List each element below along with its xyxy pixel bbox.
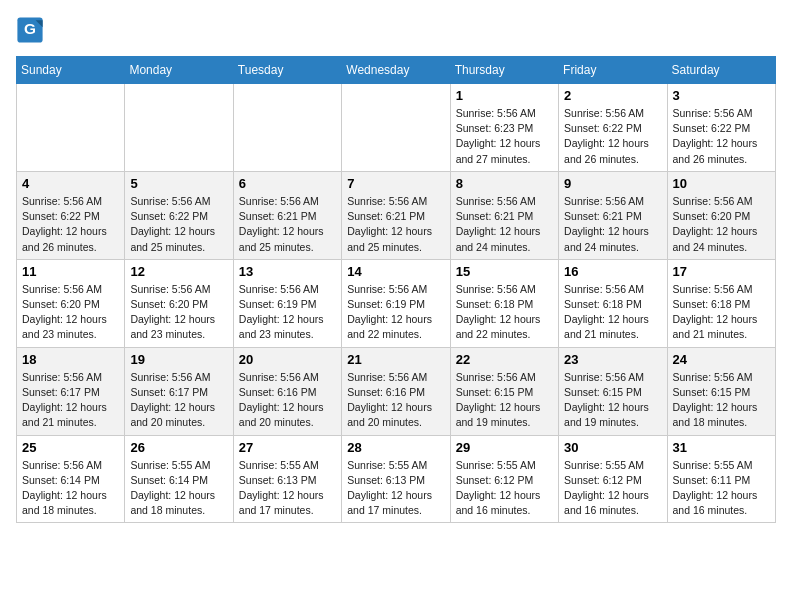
day-number: 19 (130, 352, 227, 367)
day-number: 4 (22, 176, 119, 191)
day-cell (233, 84, 341, 172)
day-number: 8 (456, 176, 553, 191)
week-row-5: 25Sunrise: 5:56 AM Sunset: 6:14 PM Dayli… (17, 435, 776, 523)
logo-icon: G (16, 16, 44, 44)
day-number: 22 (456, 352, 553, 367)
day-info: Sunrise: 5:56 AM Sunset: 6:19 PM Dayligh… (347, 282, 444, 343)
week-row-1: 1Sunrise: 5:56 AM Sunset: 6:23 PM Daylig… (17, 84, 776, 172)
day-info: Sunrise: 5:56 AM Sunset: 6:22 PM Dayligh… (673, 106, 770, 167)
day-number: 9 (564, 176, 661, 191)
day-info: Sunrise: 5:55 AM Sunset: 6:14 PM Dayligh… (130, 458, 227, 519)
svg-text:G: G (24, 20, 36, 37)
day-info: Sunrise: 5:55 AM Sunset: 6:12 PM Dayligh… (564, 458, 661, 519)
day-cell: 13Sunrise: 5:56 AM Sunset: 6:19 PM Dayli… (233, 259, 341, 347)
day-cell: 7Sunrise: 5:56 AM Sunset: 6:21 PM Daylig… (342, 171, 450, 259)
calendar-table: SundayMondayTuesdayWednesdayThursdayFrid… (16, 56, 776, 523)
day-info: Sunrise: 5:55 AM Sunset: 6:11 PM Dayligh… (673, 458, 770, 519)
weekday-header-tuesday: Tuesday (233, 57, 341, 84)
day-info: Sunrise: 5:56 AM Sunset: 6:16 PM Dayligh… (239, 370, 336, 431)
day-info: Sunrise: 5:56 AM Sunset: 6:20 PM Dayligh… (22, 282, 119, 343)
day-info: Sunrise: 5:56 AM Sunset: 6:21 PM Dayligh… (239, 194, 336, 255)
day-cell: 17Sunrise: 5:56 AM Sunset: 6:18 PM Dayli… (667, 259, 775, 347)
day-info: Sunrise: 5:55 AM Sunset: 6:13 PM Dayligh… (347, 458, 444, 519)
day-info: Sunrise: 5:56 AM Sunset: 6:16 PM Dayligh… (347, 370, 444, 431)
day-info: Sunrise: 5:56 AM Sunset: 6:20 PM Dayligh… (130, 282, 227, 343)
day-cell: 28Sunrise: 5:55 AM Sunset: 6:13 PM Dayli… (342, 435, 450, 523)
day-cell: 3Sunrise: 5:56 AM Sunset: 6:22 PM Daylig… (667, 84, 775, 172)
day-number: 28 (347, 440, 444, 455)
weekday-header-monday: Monday (125, 57, 233, 84)
day-number: 10 (673, 176, 770, 191)
day-cell: 29Sunrise: 5:55 AM Sunset: 6:12 PM Dayli… (450, 435, 558, 523)
day-cell: 30Sunrise: 5:55 AM Sunset: 6:12 PM Dayli… (559, 435, 667, 523)
day-info: Sunrise: 5:56 AM Sunset: 6:17 PM Dayligh… (22, 370, 119, 431)
weekday-header-saturday: Saturday (667, 57, 775, 84)
day-number: 17 (673, 264, 770, 279)
day-info: Sunrise: 5:56 AM Sunset: 6:23 PM Dayligh… (456, 106, 553, 167)
logo: G (16, 16, 48, 44)
day-info: Sunrise: 5:56 AM Sunset: 6:18 PM Dayligh… (456, 282, 553, 343)
day-cell: 12Sunrise: 5:56 AM Sunset: 6:20 PM Dayli… (125, 259, 233, 347)
day-info: Sunrise: 5:56 AM Sunset: 6:21 PM Dayligh… (564, 194, 661, 255)
day-cell: 16Sunrise: 5:56 AM Sunset: 6:18 PM Dayli… (559, 259, 667, 347)
week-row-3: 11Sunrise: 5:56 AM Sunset: 6:20 PM Dayli… (17, 259, 776, 347)
day-info: Sunrise: 5:56 AM Sunset: 6:22 PM Dayligh… (130, 194, 227, 255)
day-cell: 8Sunrise: 5:56 AM Sunset: 6:21 PM Daylig… (450, 171, 558, 259)
day-number: 30 (564, 440, 661, 455)
day-info: Sunrise: 5:56 AM Sunset: 6:22 PM Dayligh… (564, 106, 661, 167)
day-info: Sunrise: 5:55 AM Sunset: 6:13 PM Dayligh… (239, 458, 336, 519)
day-number: 23 (564, 352, 661, 367)
day-number: 2 (564, 88, 661, 103)
day-cell: 21Sunrise: 5:56 AM Sunset: 6:16 PM Dayli… (342, 347, 450, 435)
day-info: Sunrise: 5:56 AM Sunset: 6:19 PM Dayligh… (239, 282, 336, 343)
day-cell: 2Sunrise: 5:56 AM Sunset: 6:22 PM Daylig… (559, 84, 667, 172)
day-number: 16 (564, 264, 661, 279)
day-cell: 1Sunrise: 5:56 AM Sunset: 6:23 PM Daylig… (450, 84, 558, 172)
day-info: Sunrise: 5:56 AM Sunset: 6:15 PM Dayligh… (564, 370, 661, 431)
day-number: 21 (347, 352, 444, 367)
day-cell: 22Sunrise: 5:56 AM Sunset: 6:15 PM Dayli… (450, 347, 558, 435)
day-info: Sunrise: 5:56 AM Sunset: 6:21 PM Dayligh… (456, 194, 553, 255)
day-cell: 10Sunrise: 5:56 AM Sunset: 6:20 PM Dayli… (667, 171, 775, 259)
day-number: 27 (239, 440, 336, 455)
day-number: 6 (239, 176, 336, 191)
day-number: 5 (130, 176, 227, 191)
day-info: Sunrise: 5:56 AM Sunset: 6:17 PM Dayligh… (130, 370, 227, 431)
week-row-2: 4Sunrise: 5:56 AM Sunset: 6:22 PM Daylig… (17, 171, 776, 259)
weekday-header-wednesday: Wednesday (342, 57, 450, 84)
day-info: Sunrise: 5:56 AM Sunset: 6:15 PM Dayligh… (456, 370, 553, 431)
weekday-header-thursday: Thursday (450, 57, 558, 84)
day-number: 7 (347, 176, 444, 191)
day-number: 11 (22, 264, 119, 279)
day-cell: 6Sunrise: 5:56 AM Sunset: 6:21 PM Daylig… (233, 171, 341, 259)
day-number: 18 (22, 352, 119, 367)
day-cell: 18Sunrise: 5:56 AM Sunset: 6:17 PM Dayli… (17, 347, 125, 435)
day-cell (342, 84, 450, 172)
day-cell: 24Sunrise: 5:56 AM Sunset: 6:15 PM Dayli… (667, 347, 775, 435)
day-number: 15 (456, 264, 553, 279)
day-number: 29 (456, 440, 553, 455)
day-number: 24 (673, 352, 770, 367)
day-info: Sunrise: 5:56 AM Sunset: 6:14 PM Dayligh… (22, 458, 119, 519)
day-cell: 20Sunrise: 5:56 AM Sunset: 6:16 PM Dayli… (233, 347, 341, 435)
weekday-header-friday: Friday (559, 57, 667, 84)
day-cell: 5Sunrise: 5:56 AM Sunset: 6:22 PM Daylig… (125, 171, 233, 259)
day-cell (125, 84, 233, 172)
day-number: 31 (673, 440, 770, 455)
day-cell: 27Sunrise: 5:55 AM Sunset: 6:13 PM Dayli… (233, 435, 341, 523)
day-number: 1 (456, 88, 553, 103)
day-cell: 11Sunrise: 5:56 AM Sunset: 6:20 PM Dayli… (17, 259, 125, 347)
day-number: 13 (239, 264, 336, 279)
day-cell: 23Sunrise: 5:56 AM Sunset: 6:15 PM Dayli… (559, 347, 667, 435)
day-number: 25 (22, 440, 119, 455)
day-cell: 19Sunrise: 5:56 AM Sunset: 6:17 PM Dayli… (125, 347, 233, 435)
day-info: Sunrise: 5:56 AM Sunset: 6:20 PM Dayligh… (673, 194, 770, 255)
day-cell: 9Sunrise: 5:56 AM Sunset: 6:21 PM Daylig… (559, 171, 667, 259)
day-number: 12 (130, 264, 227, 279)
weekday-header-row: SundayMondayTuesdayWednesdayThursdayFrid… (17, 57, 776, 84)
day-info: Sunrise: 5:56 AM Sunset: 6:22 PM Dayligh… (22, 194, 119, 255)
page-header: G (16, 16, 776, 44)
day-info: Sunrise: 5:56 AM Sunset: 6:18 PM Dayligh… (673, 282, 770, 343)
day-cell: 4Sunrise: 5:56 AM Sunset: 6:22 PM Daylig… (17, 171, 125, 259)
day-info: Sunrise: 5:56 AM Sunset: 6:15 PM Dayligh… (673, 370, 770, 431)
